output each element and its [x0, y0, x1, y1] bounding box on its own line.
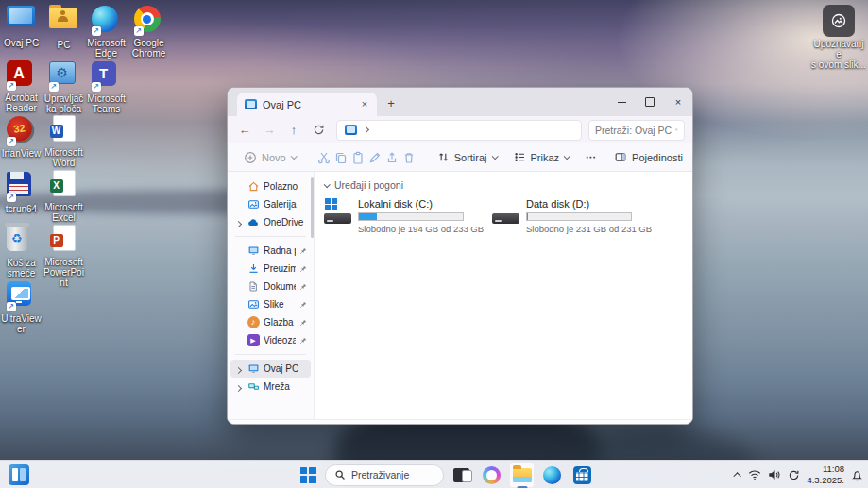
- expand-chevron-icon[interactable]: [235, 366, 242, 373]
- desktop-icon-spotlight[interactable]: Upoznavanje s ovom slik...: [811, 5, 866, 71]
- volume-icon[interactable]: [768, 469, 781, 480]
- desktop-icon-pc-folder[interactable]: PC: [43, 4, 85, 50]
- microsoft-store-button[interactable]: [570, 463, 595, 488]
- group-header-devices-drives[interactable]: Uređaji i pogoni: [324, 179, 685, 191]
- title-bar[interactable]: Ovaj PC × + ×: [228, 88, 692, 116]
- wifi-icon[interactable]: [748, 469, 761, 480]
- new-tab-button[interactable]: +: [381, 93, 401, 114]
- desktop-icon-tcrun64[interactable]: ↗ tcrun64: [0, 169, 43, 214]
- sidebar-item-this-pc[interactable]: Ovaj PC: [230, 360, 311, 378]
- copy-icon: [334, 151, 348, 164]
- sidebar-item-downloads[interactable]: Preuzimanja: [230, 260, 311, 278]
- widgets-button[interactable]: [9, 464, 29, 485]
- file-explorer-icon: [513, 468, 532, 482]
- sidebar-item-music[interactable]: ♪ Glazba: [230, 313, 311, 331]
- copilot-icon: [483, 466, 501, 484]
- shortcut-arrow-icon: ↗: [7, 302, 16, 311]
- desktop-icon-powerpoint[interactable]: P Microsoft PowerPoint: [43, 224, 85, 289]
- copy-button[interactable]: [334, 146, 348, 169]
- minimize-button[interactable]: [607, 88, 636, 116]
- desktop-icon-recycle-bin[interactable]: ♻ Koš za smeće: [0, 224, 43, 278]
- desktop-icon-edge[interactable]: ↗ Microsoft Edge: [85, 4, 128, 59]
- sidebar-item-desktop[interactable]: Radna površi: [230, 242, 311, 260]
- recycle-bin-icon: ♻: [7, 226, 27, 251]
- sidebar-item-pictures[interactable]: Slike: [230, 295, 311, 313]
- up-button[interactable]: ↑: [282, 120, 305, 141]
- cut-button[interactable]: [317, 146, 331, 169]
- sync-icon[interactable]: [788, 469, 800, 481]
- sidebar-item-onedrive[interactable]: OneDrive: [230, 213, 311, 231]
- refresh-button[interactable]: [307, 120, 330, 141]
- close-button[interactable]: ×: [664, 88, 692, 116]
- tab-close-icon[interactable]: ×: [358, 98, 371, 111]
- pin-icon: [299, 265, 308, 273]
- back-button[interactable]: ←: [233, 120, 256, 141]
- icons-view-toggle-icon[interactable]: [674, 424, 685, 426]
- rename-icon: [368, 151, 382, 164]
- sidebar-scrollbar[interactable]: [311, 177, 314, 238]
- task-view-icon: [453, 468, 469, 482]
- taskbar-search-input[interactable]: Pretraživanje: [325, 464, 444, 486]
- rename-button[interactable]: [368, 146, 382, 169]
- edge-button[interactable]: [539, 463, 565, 488]
- share-button[interactable]: [385, 146, 399, 169]
- expand-chevron-icon[interactable]: [235, 384, 242, 391]
- view-button[interactable]: Prikaz: [507, 147, 576, 167]
- maximize-button[interactable]: [636, 88, 664, 116]
- expand-chevron-icon[interactable]: [235, 220, 242, 227]
- more-options-button[interactable]: ⋯: [579, 147, 604, 167]
- network-icon: [247, 380, 260, 394]
- search-input[interactable]: Pretraži: Ovaj PC: [588, 120, 685, 141]
- date: 4.3.2025.: [807, 475, 844, 486]
- details-pane-button[interactable]: Pojedinosti: [607, 147, 689, 167]
- paste-button[interactable]: [351, 146, 365, 169]
- files-content-pane[interactable]: Uređaji i pogoni Lokalni disk (C:) Slobo…: [315, 172, 692, 419]
- list-view-toggle-icon[interactable]: [656, 424, 667, 426]
- desktop-icon-excel[interactable]: X Microsoft Excel: [43, 169, 85, 223]
- sidebar-item-documents[interactable]: Dokumenti: [230, 278, 311, 295]
- copilot-button[interactable]: [479, 463, 504, 488]
- desktop-icon-ultraviewer[interactable]: ↗ UltraViewer: [0, 278, 43, 334]
- file-explorer-button[interactable]: [509, 463, 535, 488]
- sidebar-divider: [235, 236, 306, 237]
- hidden-icons-chevron[interactable]: [734, 472, 741, 480]
- desktop-icon-teams[interactable]: T↗ Microsoft Teams: [85, 59, 128, 114]
- search-placeholder: Pretraži: Ovaj PC: [595, 125, 672, 136]
- edge-icon: [543, 466, 561, 484]
- task-view-button[interactable]: [449, 463, 474, 488]
- documents-icon: [247, 280, 260, 294]
- file-explorer-window: Ovaj PC × + × ← → ↑ Pretraži: Ovaj PC No…: [227, 87, 693, 425]
- pin-icon: [299, 247, 308, 255]
- forward-button[interactable]: →: [258, 120, 281, 141]
- drive-c-tile[interactable]: Lokalni disk (C:) Slobodno je 194 GB od …: [324, 198, 468, 234]
- drive-free-space: Slobodno je 231 GB od 231 GB: [526, 224, 652, 234]
- drive-name: Data disk (D:): [526, 198, 652, 210]
- taskbar-clock[interactable]: 11:08 4.3.2025.: [807, 463, 844, 486]
- drive-c-icon: [324, 198, 352, 227]
- desktop-icon-irfanview[interactable]: 32↗ IrfanView: [0, 114, 43, 159]
- hard-drive-icon: [324, 213, 351, 224]
- tab-ovaj-pc[interactable]: Ovaj PC ×: [237, 93, 377, 116]
- sort-button[interactable]: Sortiraj: [431, 147, 503, 167]
- drive-d-tile[interactable]: Data disk (D:) Slobodno je 231 GB od 231…: [492, 198, 636, 234]
- desktop-icon-chrome[interactable]: ↗ Google Chrome: [128, 4, 170, 59]
- details-pane-icon: [614, 151, 627, 163]
- powerpoint-icon: P: [53, 225, 76, 251]
- desktop-icon-word[interactable]: W Microsoft Word: [43, 114, 85, 168]
- address-bar[interactable]: [336, 120, 582, 141]
- notifications-bell-icon[interactable]: [851, 469, 863, 481]
- new-button[interactable]: Novo: [237, 147, 302, 168]
- delete-button[interactable]: [402, 146, 416, 169]
- excel-icon: X: [53, 170, 76, 196]
- onedrive-cloud-icon: [247, 216, 260, 229]
- sidebar-item-network[interactable]: Mreža: [230, 378, 311, 395]
- desktop-icon-this-pc[interactable]: Ovaj PC: [0, 4, 43, 48]
- desktop-icon-acrobat[interactable]: A↗ Acrobat Reader: [0, 59, 43, 113]
- sidebar-item-videos[interactable]: ▶ Videozapisi: [230, 331, 311, 349]
- this-pc-icon: [7, 6, 35, 26]
- desktop-icon-control-panel[interactable]: ⚙↗ Upravljačka ploča: [43, 59, 85, 114]
- breadcrumb-chevron-icon[interactable]: [363, 126, 369, 133]
- start-button[interactable]: [296, 463, 320, 487]
- sidebar-item-gallery[interactable]: Galerija: [230, 195, 311, 213]
- sidebar-item-home[interactable]: Polazno: [230, 177, 311, 195]
